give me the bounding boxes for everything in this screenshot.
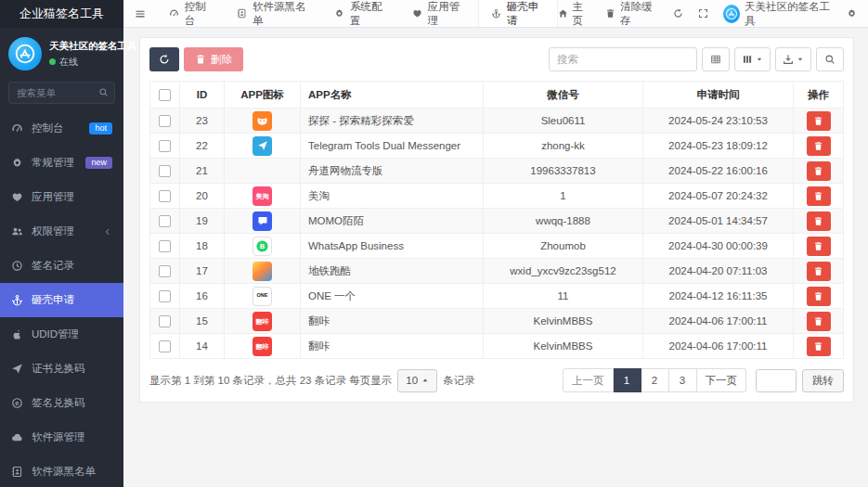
caret-down-icon: [797, 56, 804, 63]
sidebar-item-dump[interactable]: 砸壳申请: [0, 283, 123, 317]
send-icon: [11, 363, 23, 375]
sidebar-item-udid[interactable]: UDID管理: [0, 317, 123, 352]
row-checkbox[interactable]: [159, 215, 171, 227]
cell-app-icon: 翻咔: [225, 334, 301, 359]
page-button-1[interactable]: 1: [614, 368, 641, 392]
cell-wechat: wwqq-1888: [484, 209, 643, 234]
toolbar-right: [549, 47, 844, 71]
page-size-select[interactable]: 10: [397, 369, 437, 392]
delete-row-button[interactable]: [807, 111, 831, 131]
delete-row-button[interactable]: [807, 262, 831, 281]
page-button-3[interactable]: 3: [669, 368, 697, 392]
cell-time: 2024-05-01 14:34:57: [643, 209, 794, 234]
caret-up-icon: [421, 377, 429, 384]
search-button[interactable]: [816, 47, 844, 71]
page-button-2[interactable]: 2: [641, 368, 669, 392]
row-checkbox[interactable]: [159, 115, 171, 127]
sidebar-item-general[interactable]: 常规管理new: [0, 146, 123, 180]
sidebar-item-label: 签名记录: [32, 259, 74, 273]
fullscreen-button[interactable]: [698, 8, 708, 19]
jump-page-input[interactable]: [756, 369, 797, 392]
clock-icon: [11, 260, 23, 272]
sidebar-item-console[interactable]: 控制台hot: [0, 111, 123, 146]
sidebar-item-label: 应用管理: [32, 190, 74, 204]
jump-button[interactable]: 跳转: [802, 369, 844, 392]
row-checkbox[interactable]: [159, 315, 171, 327]
home-link[interactable]: 主页: [558, 0, 591, 28]
delete-row-button[interactable]: [807, 337, 831, 356]
cell-wechat: KelvinMBBS: [484, 334, 643, 359]
cell-id: 16: [180, 284, 225, 309]
record-summary: 显示第 1 到第 10 条记录，总共 23 条记录 每页显示: [149, 374, 392, 388]
sidebar-item-label: 签名兑换码: [32, 396, 85, 410]
refresh-icon: [673, 8, 683, 19]
sidebar-item-label: 权限管理: [32, 224, 74, 238]
user-status: 在线: [49, 56, 115, 69]
refresh-button[interactable]: [673, 8, 683, 19]
settings-button[interactable]: [847, 8, 857, 19]
cell-app-icon: [225, 109, 301, 134]
tab-console[interactable]: 控制台: [157, 0, 225, 27]
export-button[interactable]: [775, 47, 811, 71]
sidebar-item-label: 控制台: [32, 122, 64, 135]
row-checkbox[interactable]: [159, 165, 171, 177]
row-checkbox[interactable]: [159, 190, 171, 202]
prev-page-button[interactable]: 上一页: [563, 368, 614, 392]
row-checkbox[interactable]: [159, 140, 171, 152]
sidebar-item-record[interactable]: 签名记录: [0, 249, 123, 283]
trash-icon: [813, 216, 823, 226]
sidebar-item-app[interactable]: 应用管理: [0, 180, 123, 214]
fanka-app-icon: 翻咔: [253, 312, 272, 331]
delete-row-button[interactable]: [807, 161, 831, 181]
delete-row-button[interactable]: [807, 287, 831, 306]
search-icon: [824, 54, 836, 65]
tab-blacklist[interactable]: 软件源黑名单: [225, 0, 322, 27]
row-checkbox[interactable]: [159, 265, 171, 277]
cell-wechat: Zhoumob: [484, 234, 643, 259]
sidebar-item-perm[interactable]: 权限管理: [0, 214, 123, 249]
cell-time: 2024-04-06 17:00:11: [643, 334, 794, 359]
columns-button[interactable]: [734, 47, 771, 71]
sidebar-toggle-button[interactable]: [123, 0, 157, 27]
topbar: 控制台软件源黑名单系统配置应用管理砸壳申请 主页 清除缓存 天美社区的签名工具: [123, 0, 868, 28]
sidebar-item-cert[interactable]: 证书兑换码: [0, 352, 123, 386]
sidebar-item-source[interactable]: 软件源管理: [0, 420, 123, 455]
sidebar-item-blacklist[interactable]: 软件源黑名单: [0, 455, 123, 487]
select-all-checkbox[interactable]: [159, 89, 171, 101]
cell-id: 15: [180, 309, 225, 334]
table-row: 15翻咔翻咔KelvinMBBS2024-04-06 17:00:11: [150, 309, 844, 334]
cell-wechat: wxid_yxcv9zc23sg512: [484, 259, 643, 284]
delete-row-button[interactable]: [807, 312, 831, 331]
topbar-right: 主页 清除缓存 天美社区的签名工具: [558, 0, 868, 28]
appstore-icon: [725, 7, 738, 20]
row-checkbox[interactable]: [159, 340, 171, 352]
book-icon: [237, 8, 247, 19]
trash-icon: [813, 316, 823, 327]
user-menu[interactable]: 天美社区的签名工具: [723, 0, 832, 28]
tab-sysconf[interactable]: 系统配置: [322, 0, 400, 27]
delete-row-button[interactable]: [807, 237, 831, 256]
table-search-input[interactable]: [549, 47, 697, 71]
toggle-view-button[interactable]: [702, 47, 730, 71]
cell-id: 14: [180, 334, 225, 359]
next-page-button[interactable]: 下一页: [697, 368, 747, 392]
row-checkbox[interactable]: [159, 290, 171, 302]
heart-icon: [412, 8, 422, 19]
appstore-icon: [14, 43, 36, 65]
cell-app-name: 探探 - 探索精彩探索爱: [301, 109, 484, 134]
delete-row-button[interactable]: [807, 186, 831, 206]
delete-row-button[interactable]: [807, 211, 831, 231]
delete-selected-button[interactable]: 删除: [184, 47, 243, 71]
row-checkbox[interactable]: [159, 240, 171, 252]
tab-dump[interactable]: 砸壳申请: [478, 0, 558, 27]
cell-app-icon: [225, 134, 301, 159]
tab-app[interactable]: 应用管理: [400, 0, 478, 27]
export-icon: [783, 54, 794, 65]
home-icon: [558, 8, 568, 19]
delete-row-button[interactable]: [807, 136, 831, 156]
sidebar-item-signcode[interactable]: 签名兑换码: [0, 386, 123, 420]
clear-cache-link[interactable]: 清除缓存: [605, 0, 658, 28]
refresh-table-button[interactable]: [149, 47, 179, 71]
cell-wechat: 19963337813: [484, 159, 643, 184]
cell-id: 22: [180, 134, 225, 159]
